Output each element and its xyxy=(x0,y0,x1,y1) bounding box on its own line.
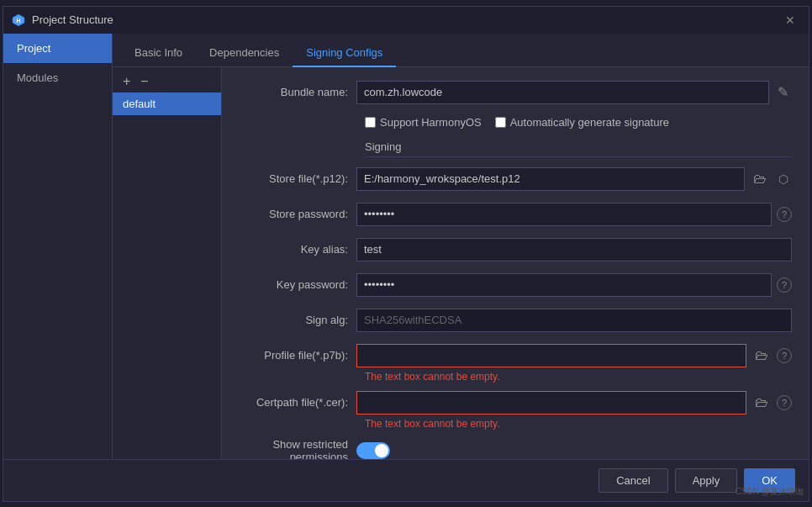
certpath-file-error: The text box cannot be empty. xyxy=(365,418,792,430)
sidebar-item-project[interactable]: Project xyxy=(3,34,112,63)
config-list-area: + − default Bundle name: ✎ xyxy=(113,67,809,459)
tab-dependencies[interactable]: Dependencies xyxy=(196,40,293,67)
bundle-name-label: Bundle name: xyxy=(239,86,356,98)
store-file-fingerprint-button[interactable]: ⬡ xyxy=(775,171,792,187)
left-sidebar: Project Modules xyxy=(3,34,113,459)
title-bar-left: H Project Structure xyxy=(12,13,113,27)
key-alias-input[interactable] xyxy=(356,238,792,261)
key-alias-label: Key alias: xyxy=(239,243,356,256)
show-restricted-label: Show restricted permissions xyxy=(239,438,356,459)
watermark: CSDN @夏沐琅珈 xyxy=(736,486,804,498)
close-button[interactable]: ✕ xyxy=(780,12,800,29)
main-layout: Project Modules Basic Info Dependencies … xyxy=(3,34,809,459)
show-restricted-toggle[interactable] xyxy=(356,442,390,459)
sign-alg-row: Sign alg: xyxy=(239,309,792,332)
dialog-title: Project Structure xyxy=(32,13,113,26)
key-password-label: Key password: xyxy=(239,278,356,291)
bottom-bar: Cancel Apply OK xyxy=(3,459,809,501)
form-area: Bundle name: ✎ Support HarmonyOS xyxy=(222,67,809,459)
certpath-file-row: Certpath file(*.cer): 🗁 ? xyxy=(239,391,792,415)
signing-section-header: Signing xyxy=(365,140,792,157)
store-password-wrap: ? xyxy=(356,203,792,226)
certpath-file-folder-button[interactable]: 🗁 xyxy=(751,393,772,412)
config-item-default[interactable]: default xyxy=(113,92,221,115)
tabs-bar: Basic Info Dependencies Signing Configs xyxy=(113,34,809,67)
toggle-thumb xyxy=(375,444,388,457)
certpath-file-label: Certpath file(*.cer): xyxy=(239,396,356,409)
auto-signature-label[interactable]: Automatically generate signature xyxy=(495,116,669,129)
sign-alg-label: Sign alg: xyxy=(239,314,356,326)
store-file-input[interactable] xyxy=(356,167,745,191)
certpath-file-wrap: 🗁 ? xyxy=(356,391,792,415)
auto-signature-checkbox[interactable] xyxy=(495,117,506,128)
key-alias-row: Key alias: xyxy=(239,238,792,261)
profile-file-row: Profile file(*.p7b): 🗁 ? xyxy=(239,344,792,367)
store-file-folder-button[interactable]: 🗁 xyxy=(750,170,770,188)
store-password-row: Store password: ? xyxy=(239,203,792,226)
content-area: Basic Info Dependencies Signing Configs … xyxy=(113,34,809,459)
key-alias-wrap xyxy=(356,238,792,261)
cancel-button[interactable]: Cancel xyxy=(598,468,667,493)
profile-file-wrap: 🗁 ? xyxy=(356,344,792,367)
store-file-label: Store file(*.p12): xyxy=(239,172,356,185)
toggle-track[interactable] xyxy=(356,442,390,459)
bundle-name-wrap: ✎ xyxy=(356,81,792,104)
apply-button[interactable]: Apply xyxy=(675,468,738,493)
profile-file-help-button[interactable]: ? xyxy=(777,348,792,363)
store-password-help-button[interactable]: ? xyxy=(777,207,792,222)
title-bar: H Project Structure ✕ xyxy=(3,7,809,34)
config-sidebar: + − default xyxy=(113,67,222,459)
profile-file-folder-button[interactable]: 🗁 xyxy=(751,346,772,365)
svg-text:H: H xyxy=(16,18,20,24)
show-restricted-row: Show restricted permissions xyxy=(239,438,792,459)
checkboxes-row: Support HarmonyOS Automatically generate… xyxy=(365,116,792,129)
tab-signing-configs[interactable]: Signing Configs xyxy=(293,40,396,67)
sidebar-item-modules[interactable]: Modules xyxy=(3,63,112,92)
key-password-input[interactable] xyxy=(356,273,772,297)
bundle-name-input[interactable] xyxy=(356,81,769,104)
store-file-wrap: 🗁 ⬡ xyxy=(356,167,792,191)
config-toolbar: + − xyxy=(113,71,221,92)
key-password-wrap: ? xyxy=(356,273,792,297)
key-password-row: Key password: ? xyxy=(239,273,792,297)
add-config-button[interactable]: + xyxy=(119,74,134,89)
sign-alg-input xyxy=(356,309,792,332)
profile-file-error: The text box cannot be empty. xyxy=(365,371,792,383)
support-harmony-checkbox[interactable] xyxy=(365,117,376,128)
support-harmony-label[interactable]: Support HarmonyOS xyxy=(365,116,482,129)
certpath-file-input[interactable] xyxy=(356,391,746,415)
app-icon: H xyxy=(12,13,25,27)
store-file-row: Store file(*.p12): 🗁 ⬡ xyxy=(239,167,792,191)
key-password-help-button[interactable]: ? xyxy=(777,277,792,293)
bundle-name-edit-button[interactable]: ✎ xyxy=(774,82,792,102)
project-structure-dialog: H Project Structure ✕ Project Modules Ba… xyxy=(3,6,809,502)
store-password-label: Store password: xyxy=(239,208,356,220)
bundle-name-row: Bundle name: ✎ xyxy=(239,81,792,104)
remove-config-button[interactable]: − xyxy=(137,74,151,89)
profile-file-input[interactable] xyxy=(356,344,746,367)
certpath-file-help-button[interactable]: ? xyxy=(777,395,792,410)
tab-basic-info[interactable]: Basic Info xyxy=(121,40,196,67)
store-password-input[interactable] xyxy=(356,203,772,226)
profile-file-label: Profile file(*.p7b): xyxy=(239,349,356,362)
sign-alg-wrap xyxy=(356,309,792,332)
